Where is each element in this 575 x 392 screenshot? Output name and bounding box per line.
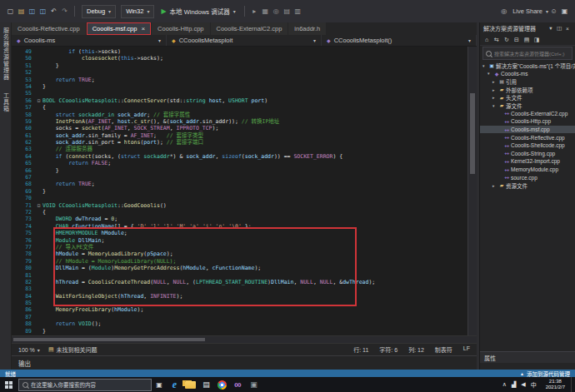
app-icon[interactable]: ▣ [246, 378, 262, 391]
properties-panel-header[interactable]: 属性 [480, 352, 575, 363]
tree-item[interactable]: ++MemoryModule.cpp [480, 166, 575, 174]
vertical-scrollbar-thumb[interactable] [470, 93, 475, 174]
status-indent[interactable]: 制表符 [435, 345, 452, 354]
zoom-value: 100 % [18, 347, 35, 353]
layout-icon[interactable]: ▣ [559, 7, 570, 15]
store-icon[interactable]: ▤ [198, 378, 214, 391]
tab-close-icon[interactable]: × [141, 25, 145, 32]
tab-Cooolis-Http.cpp[interactable]: Cooolis-Http.cpp [152, 22, 209, 35]
show-all-files-icon[interactable]: ▤ [522, 37, 532, 43]
editor-zoom-select[interactable]: 100 % [18, 347, 40, 353]
project-icon: ◆ [492, 71, 501, 77]
tab-in6addr.h[interactable]: in6addr.h [288, 22, 326, 35]
navbar-member-dropdown[interactable]: ◆ CCooolisMetasploit() [322, 35, 477, 46]
edge-icon[interactable]: e [167, 378, 182, 391]
start-button[interactable] [0, 377, 17, 392]
chrome-icon[interactable] [214, 378, 230, 391]
tab-Cooolis-Reflective.cpp[interactable]: Cooolis-Reflective.cpp [12, 22, 86, 35]
bookmark-icon[interactable]: ▥ [292, 7, 303, 15]
save-all-icon[interactable]: ◫ [38, 7, 48, 15]
open-folder-icon[interactable]: ▤ [16, 7, 27, 15]
attach-icon[interactable]: ▸ [249, 7, 260, 15]
comment-icon[interactable]: ▤ [282, 7, 292, 15]
solution-explorer-panel: 解决方案资源管理器 ▾ ◫ × ⌂⇆↻⊟▤◨ 搜索解决方案资源管理器(Ctrl+… [479, 22, 575, 370]
code-line: 74 CHAR cFunctionName[] = { 'D','l','l',… [12, 223, 477, 230]
vs-status-bar: 就绪 添加到源代码管理 [0, 370, 575, 377]
activity-tab[interactable]: 工具箱 [2, 92, 10, 112]
redo-icon[interactable]: ↷ [59, 7, 70, 15]
solution-platforms-dropdown[interactable]: Win32 [121, 5, 154, 18]
chevron-down-icon [233, 7, 236, 15]
navbar-project-label: Cooolis-ms [24, 37, 56, 44]
horizontal-scrollbar-thumb[interactable] [13, 338, 205, 341]
tree-item[interactable]: ++Cooolis-String.cpp [480, 150, 575, 158]
tree-item[interactable]: ++Cooolis-Reflective.cpp [480, 133, 575, 141]
vertical-scrollbar[interactable] [468, 47, 477, 335]
tree-item[interactable]: ▸▰外部依赖项 [480, 86, 575, 94]
add-to-source-control-button[interactable]: 添加到源代码管理 [520, 370, 570, 378]
taskbar-search-input[interactable]: 在这里输入你要搜索的内容 [18, 379, 152, 391]
build-icon[interactable]: ▦ [260, 7, 271, 15]
live-share-button[interactable]: ◎ Live Share [498, 7, 548, 15]
tab-Cooolis-ExternalC2.cpp[interactable]: Cooolis-ExternalC2.cpp [211, 22, 288, 35]
navbar-project-dropdown[interactable]: ◆ Cooolis-ms [12, 35, 167, 46]
task-view-button[interactable]: ▣ [152, 381, 167, 389]
save-icon[interactable]: ◫ [27, 7, 38, 15]
show-desktop-button[interactable] [571, 377, 575, 392]
document-health-indicator[interactable]: ▤ 未找到相关问题 [48, 345, 98, 354]
live-share-icon: ◎ [498, 7, 509, 15]
close-icon[interactable]: × [563, 26, 572, 32]
code-editor[interactable]: 49 if (this->socks)50 closesocket(this->… [12, 47, 477, 335]
properties-panel: 属性 [480, 351, 575, 370]
tree-item[interactable]: ▸▤引用 [480, 77, 575, 86]
refresh-icon[interactable]: ↻ [502, 37, 512, 43]
tab-Cooolis-msf.cpp[interactable]: Cooolis-msf.cpp× [87, 22, 151, 35]
solution-configurations-dropdown[interactable]: Debug [82, 5, 116, 18]
output-panel-title: 输出 [18, 359, 31, 368]
code-line: 57{ [12, 104, 477, 111]
tray-expand-icon[interactable]: ∧ [502, 380, 507, 389]
visual-studio-icon[interactable]: ∞ [230, 378, 246, 391]
tray-icons: ∧▟◀中 [502, 380, 537, 389]
chevron-down-icon[interactable]: ▾ [547, 25, 555, 32]
horizontal-scrollbar[interactable] [12, 335, 477, 343]
tree-item[interactable]: ++source.cpp [480, 173, 575, 181]
tree-item[interactable]: ++Cooolis-Http.cpp [480, 117, 575, 126]
status-char[interactable]: 字符: 6 [379, 345, 398, 354]
ime-icon[interactable]: 中 [531, 380, 537, 389]
undo-icon[interactable]: ↶ [48, 7, 59, 15]
status-line[interactable]: 行: 11 [353, 345, 368, 354]
status-col[interactable]: 列: 12 [408, 345, 424, 354]
switch-views-icon[interactable]: ⇆ [492, 37, 502, 43]
tree-item[interactable]: ++Cooolis-ExternalC2.cpp [480, 110, 575, 118]
file-explorer-icon[interactable] [182, 378, 198, 391]
volume-icon[interactable]: ◀ [521, 380, 525, 389]
properties-icon[interactable]: ◨ [532, 37, 542, 43]
tree-item[interactable]: ▸▰资源文件 [480, 181, 575, 190]
code-line: 79 // hModule = MemoryLoadLibrary(NULL); [12, 258, 477, 265]
tree-item[interactable]: ▸▰头文件 [480, 93, 575, 102]
find-icon[interactable]: ◎ [271, 7, 282, 15]
tree-item[interactable]: ++Kernel32-Import.cpp [480, 157, 575, 166]
activity-tab[interactable]: 服务器资源管理器 [2, 27, 10, 81]
se-tree: ▾▣解决方案"Cooolis-ms"(1 个项目/共 1 个)▾◆Cooolis… [480, 61, 575, 351]
solution-explorer-search-input[interactable]: 搜索解决方案资源管理器(Ctrl+;) [482, 47, 572, 60]
home-icon[interactable]: ⌂ [482, 37, 492, 42]
tree-item[interactable]: ▾▣解决方案"Cooolis-ms"(1 个项目/共 1 个) [480, 62, 575, 70]
start-debugging-button[interactable]: ▶ 本地 Windows 调试器 [157, 5, 239, 18]
search-placeholder: 搜索解决方案资源管理器(Ctrl+;) [494, 50, 565, 57]
output-panel[interactable]: 输出 [12, 355, 477, 370]
new-file-icon[interactable]: ▢ [5, 7, 16, 15]
navbar-type-dropdown[interactable]: ◆ CCooolisMetasploit [167, 35, 322, 46]
tree-item[interactable]: ▾▰源文件 [480, 102, 575, 110]
code-line: 49 if (this->socks) [12, 48, 477, 55]
network-icon[interactable]: ▟ [512, 380, 516, 389]
tree-item[interactable]: ++Cooolis-Shellcode.cpp [480, 141, 575, 150]
tree-item[interactable]: ++Cooolis-msf.cpp [480, 126, 575, 134]
feedback-icon[interactable]: ☺ [548, 7, 559, 15]
status-eol[interactable]: LF [463, 345, 470, 354]
collapse-all-icon[interactable]: ⊟ [512, 37, 522, 43]
tree-item[interactable]: ▾◆Cooolis-ms [480, 70, 575, 78]
pin-icon[interactable]: ◫ [555, 25, 563, 32]
taskbar-clock[interactable]: 21:38 2021/2/7 [546, 379, 565, 390]
